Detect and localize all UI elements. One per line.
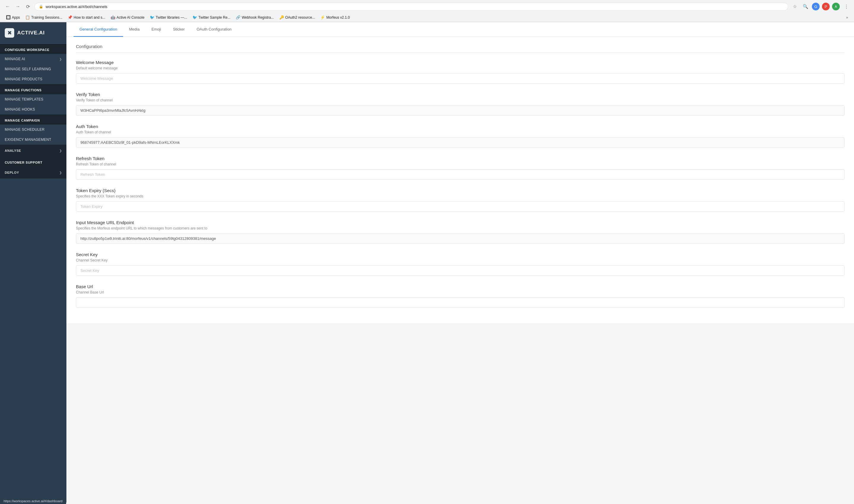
logo-text: ACTIVE.AI bbox=[17, 30, 45, 36]
deploy-chevron-icon: ❯ bbox=[59, 171, 62, 174]
bookmark-icon-6: 🔗 bbox=[236, 15, 241, 20]
bookmark-item-5[interactable]: 🐦Twitter Sample Re... bbox=[190, 14, 233, 20]
browser-chrome: ← → ⟳ 🔒 workspaces.active.ai/#/bot/chann… bbox=[0, 0, 854, 22]
bookmark-item-2[interactable]: 📌How to start and s... bbox=[65, 14, 108, 20]
form-fields: Welcome MessageDefault welcome messageVe… bbox=[76, 60, 844, 308]
bookmark-icon-5: 🐦 bbox=[193, 15, 197, 20]
bookmark-icon-1: 📋 bbox=[25, 15, 30, 20]
field-sublabel-5: Specifies the Morfeus endpoint URL to wh… bbox=[76, 226, 844, 230]
tabs-container: General ConfigurationMediaEmojiStickerOA… bbox=[67, 22, 854, 37]
sidebar-item-manage-products[interactable]: MANAGE PRODUCTS bbox=[0, 74, 67, 84]
field-input-0[interactable] bbox=[76, 73, 844, 84]
star-button[interactable]: ☆ bbox=[790, 2, 799, 11]
bookmark-label-6: Webhook Registra... bbox=[242, 15, 274, 20]
sidebar-item-manage-self-learning[interactable]: MANAGE SELF LEARNING bbox=[0, 64, 67, 74]
customer-support-header: CUSTOMER SUPPORT bbox=[0, 157, 67, 167]
bookmark-item-4[interactable]: 🐦Twitter libraries —... bbox=[147, 14, 190, 20]
field-input-7[interactable] bbox=[76, 298, 844, 308]
tab-emoji[interactable]: Emoji bbox=[146, 22, 167, 37]
bookmark-label-8: Morfeus v2.1.0 bbox=[326, 15, 350, 20]
field-sublabel-3: Refresh Token of channel bbox=[76, 162, 844, 166]
section-title: Configuration bbox=[76, 44, 844, 53]
manage-scheduler-label: MANAGE SCHEDULER bbox=[5, 127, 45, 132]
field-label-7: Base Url bbox=[76, 284, 844, 289]
tab-sticker[interactable]: Sticker bbox=[167, 22, 191, 37]
bookmark-icon-2: 📌 bbox=[68, 15, 72, 20]
field-sublabel-1: Verify Token of channel bbox=[76, 98, 844, 102]
sidebar: ✖ ACTIVE.AI CONFIGURE WORKSPACE MANAGE A… bbox=[0, 22, 67, 503]
field-label-5: Input Message URL Endpoint bbox=[76, 220, 844, 225]
back-button[interactable]: ← bbox=[3, 2, 12, 11]
form-group-4: Token Expiry (Secs)Specifies the XXX Tok… bbox=[76, 188, 844, 212]
field-input-5[interactable] bbox=[76, 233, 844, 244]
bookmark-label-7: OAuth2 resource... bbox=[285, 15, 315, 20]
field-input-3[interactable] bbox=[76, 169, 844, 180]
field-input-2[interactable] bbox=[76, 137, 844, 148]
forward-button[interactable]: → bbox=[14, 2, 22, 11]
sidebar-logo: ✖ ACTIVE.AI bbox=[0, 22, 67, 44]
browser-toolbar: ← → ⟳ 🔒 workspaces.active.ai/#/bot/chann… bbox=[0, 0, 854, 13]
sidebar-item-manage-templates[interactable]: MANAGE TEMPLATES bbox=[0, 94, 67, 104]
field-input-4[interactable] bbox=[76, 201, 844, 212]
tab-general-configuration[interactable]: General Configuration bbox=[73, 22, 123, 37]
analyse-label: ANALYSE bbox=[5, 149, 21, 152]
tab-media[interactable]: Media bbox=[123, 22, 145, 37]
form-group-5: Input Message URL EndpointSpecifies the … bbox=[76, 220, 844, 244]
sidebar-item-manage-scheduler[interactable]: MANAGE SCHEDULER bbox=[0, 125, 67, 134]
avatar-p[interactable]: P bbox=[822, 3, 830, 11]
field-label-3: Refresh Token bbox=[76, 156, 844, 161]
bookmark-item-1[interactable]: 📋Training Sessions... bbox=[23, 14, 65, 20]
bookmarks-more-button[interactable]: » bbox=[843, 15, 851, 20]
bookmark-item-8[interactable]: ⚡Morfeus v2.1.0 bbox=[318, 14, 352, 20]
field-label-0: Welcome Message bbox=[76, 60, 844, 65]
bookmark-item-3[interactable]: 🤖Active AI Console bbox=[108, 14, 147, 20]
field-sublabel-2: Auth Token of channel bbox=[76, 130, 844, 134]
form-group-6: Secret KeyChannel Secret Key bbox=[76, 252, 844, 276]
logo-icon: ✖ bbox=[5, 28, 14, 38]
reload-button[interactable]: ⟳ bbox=[24, 2, 32, 11]
sidebar-item-manage-hooks[interactable]: MANAGE HOOKS bbox=[0, 104, 67, 114]
bookmarks-bar: 🔲Apps📋Training Sessions...📌How to start … bbox=[0, 13, 854, 22]
bookmark-label-5: Twitter Sample Re... bbox=[198, 15, 230, 20]
form-group-2: Auth TokenAuth Token of channel bbox=[76, 124, 844, 148]
field-input-1[interactable] bbox=[76, 105, 844, 115]
exigency-management-label: EXIGENCY MANAGEMENT bbox=[5, 138, 51, 142]
avatar-a[interactable]: A bbox=[832, 3, 840, 11]
logo-spiral-icon: ✖ bbox=[7, 30, 12, 36]
tab-oauth-configuration[interactable]: OAuth Configuration bbox=[191, 22, 237, 37]
bookmark-item-6[interactable]: 🔗Webhook Registra... bbox=[233, 14, 277, 20]
sidebar-section-support: CUSTOMER SUPPORT bbox=[0, 157, 67, 167]
bookmark-label-2: How to start and s... bbox=[73, 15, 105, 20]
status-url: https://workspaces.active.ai/#/dashboard bbox=[3, 499, 63, 503]
sidebar-section-functions: MANAGE FUNCTIONS MANAGE TEMPLATES MANAGE… bbox=[0, 84, 67, 114]
field-sublabel-0: Default welcome message bbox=[76, 66, 844, 70]
content-area: Configuration Welcome MessageDefault wel… bbox=[67, 37, 854, 323]
form-group-0: Welcome MessageDefault welcome message bbox=[76, 60, 844, 84]
field-label-4: Token Expiry (Secs) bbox=[76, 188, 844, 193]
field-label-6: Secret Key bbox=[76, 252, 844, 257]
chevron-right-icon: ❯ bbox=[59, 57, 62, 61]
manage-functions-header: MANAGE FUNCTIONS bbox=[0, 84, 67, 94]
manage-campaign-header: MANAGE CAMPAIGN bbox=[0, 114, 67, 125]
sidebar-item-exigency-management[interactable]: EXIGENCY MANAGEMENT bbox=[0, 134, 67, 145]
form-group-1: Verify TokenVerify Token of channel bbox=[76, 92, 844, 115]
bookmark-label-1: Training Sessions... bbox=[31, 15, 62, 20]
field-sublabel-4: Specifies the XXX Token expiry in second… bbox=[76, 194, 844, 198]
nav-buttons: ← → ⟳ bbox=[3, 2, 32, 11]
bookmark-icon-3: 🤖 bbox=[111, 15, 115, 20]
sidebar-item-analyse[interactable]: ANALYSE ❯ bbox=[0, 145, 67, 157]
address-bar[interactable]: 🔒 workspaces.active.ai/#/bot/channels bbox=[34, 3, 788, 11]
analyse-chevron-icon: ❯ bbox=[59, 149, 62, 152]
menu-button[interactable]: ⋮ bbox=[842, 2, 851, 11]
avatar-g[interactable]: G bbox=[812, 3, 820, 11]
sidebar-item-deploy[interactable]: DEPLOY ❯ bbox=[0, 167, 67, 179]
bookmark-label-4: Twitter libraries —... bbox=[156, 15, 187, 20]
sidebar-item-manage-ai[interactable]: MANAGE AI ❯ bbox=[0, 54, 67, 64]
search-button[interactable]: 🔍 bbox=[801, 2, 809, 11]
bookmark-icon-4: 🐦 bbox=[150, 15, 155, 20]
bookmark-label-3: Active AI Console bbox=[117, 15, 144, 20]
bookmark-item-0[interactable]: 🔲Apps bbox=[3, 14, 22, 20]
field-input-6[interactable] bbox=[76, 265, 844, 276]
bookmark-item-7[interactable]: 🔑OAuth2 resource... bbox=[277, 14, 318, 20]
field-label-2: Auth Token bbox=[76, 124, 844, 129]
